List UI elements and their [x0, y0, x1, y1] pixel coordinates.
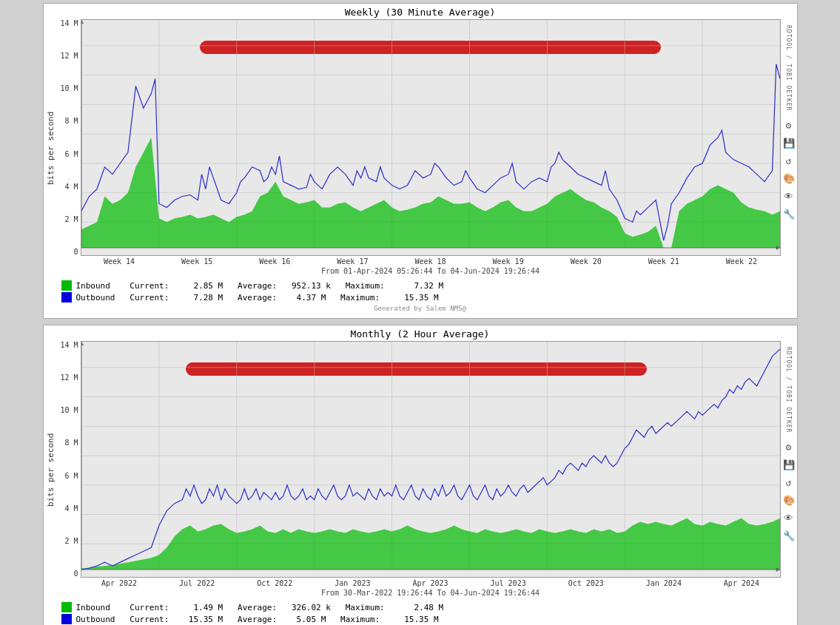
monthly-inbound-stats: Inbound Current: 1.49 M Average: 326.02 …	[76, 603, 444, 612]
x-tick-week19: Week 19	[493, 257, 524, 266]
my-tick-6m: 6 M	[57, 472, 81, 480]
my-tick-10m: 10 M	[57, 406, 81, 414]
my-tick-2m: 2 M	[57, 537, 81, 545]
weekly-legend: Inbound Current: 2.85 M Average: 952.13 …	[44, 277, 797, 303]
x-tick-week14: Week 14	[104, 257, 135, 266]
weekly-x-axis: Week 14 Week 15 Week 16 Week 17 Week 18 …	[81, 256, 781, 266]
weekly-legend-inbound: Inbound Current: 2.85 M Average: 952.13 …	[61, 280, 791, 291]
svg-marker-37	[81, 518, 780, 570]
monthly-chart-area: bits per second 0 2 M 4 M 6 M 8 M 10 M 1…	[44, 341, 797, 598]
x-tick-jul2023: Jul 2023	[491, 579, 526, 587]
monthly-palette-icon[interactable]: 🎨	[782, 493, 796, 507]
monthly-chart-svg	[81, 342, 780, 577]
weekly-chart-area: bits per second 0 2 M 4 M 6 M 8 M 10 M 1…	[44, 19, 797, 277]
monthly-graph-canvas	[81, 341, 781, 578]
x-tick-week15: Week 15	[181, 257, 212, 266]
monthly-wrench-icon[interactable]: 🔧	[782, 529, 796, 542]
x-tick-week16: Week 16	[259, 257, 290, 266]
monthly-graph-wrapper: Apr 2022 Jul 2022 Oct 2022 Jan 2023 Apr …	[81, 341, 781, 598]
weekly-sidebar-label: RDTOOL / TOBI OETKER	[785, 25, 792, 111]
monthly-legend-inbound: Inbound Current: 1.49 M Average: 326.02 …	[61, 602, 791, 612]
monthly-gear-icon[interactable]: ⚙	[782, 440, 796, 453]
x-tick-week20: Week 20	[571, 257, 602, 266]
x-tick-jan2023: Jan 2023	[335, 579, 370, 587]
weekly-y-axis-label: bits per second	[44, 19, 57, 277]
y-tick-10m: 10 M	[57, 84, 81, 92]
inbound-color-swatch	[61, 280, 72, 291]
y-tick-4m: 4 M	[57, 183, 81, 191]
monthly-eye-icon[interactable]: 👁	[782, 511, 796, 524]
x-tick-week21: Week 21	[648, 257, 679, 266]
weekly-graph-canvas	[81, 19, 781, 256]
x-tick-apr2024: Apr 2024	[724, 579, 759, 587]
y-tick-12m: 12 M	[57, 52, 81, 60]
y-tick-14m: 14 M	[57, 19, 81, 27]
monthly-x-axis: Apr 2022 Jul 2022 Oct 2022 Jan 2023 Apr …	[81, 578, 781, 587]
weekly-graph-wrapper: Week 14 Week 15 Week 16 Week 17 Week 18 …	[81, 19, 781, 277]
weekly-chart-svg	[81, 20, 780, 255]
my-tick-0: 0	[57, 570, 81, 578]
weekly-chart-title: Weekly (30 Minute Average)	[44, 4, 797, 19]
weekly-outbound-stats: Outbound Current: 7.28 M Average: 4.37 M…	[76, 293, 439, 303]
monthly-y-ticks: 0 2 M 4 M 6 M 8 M 10 M 12 M 14 M	[57, 341, 81, 578]
monthly-legend-outbound: Outbound Current: 15.35 M Average: 5.05 …	[61, 614, 791, 624]
x-tick-week17: Week 17	[337, 257, 368, 266]
monthly-sidebar: RDTOOL / TOBI OETKER ⚙ 💾 ↺ 🎨 👁 🔧	[781, 341, 797, 598]
x-tick-jan2024: Jan 2024	[646, 579, 682, 587]
monthly-refresh-icon[interactable]: ↺	[782, 476, 796, 489]
x-tick-week22: Week 22	[726, 257, 757, 266]
monthly-y-axis-label: bits per second	[44, 341, 57, 598]
monthly-date-range: From 30-Mar-2022 19:26:44 To 04-Jun-2024…	[81, 589, 781, 597]
x-tick-oct2023: Oct 2023	[568, 579, 604, 587]
x-tick-oct2022: Oct 2022	[257, 579, 292, 587]
y-tick-6m: 6 M	[57, 150, 81, 158]
monthly-inbound-color-swatch	[61, 602, 72, 612]
weekly-inbound-stats: Inbound Current: 2.85 M Average: 952.13 …	[76, 281, 444, 291]
my-tick-4m: 4 M	[57, 504, 81, 513]
monthly-outbound-stats: Outbound Current: 15.35 M Average: 5.05 …	[76, 615, 439, 624]
weekly-sidebar: RDTOOL / TOBI OETKER ⚙ 💾 ↺ 🎨 👁 🔧	[781, 19, 797, 277]
my-tick-12m: 12 M	[57, 374, 81, 382]
monthly-outbound-color-swatch	[61, 614, 72, 624]
outbound-color-swatch	[61, 292, 72, 303]
monthly-chart-title: Monthly (2 Hour Average)	[44, 325, 797, 341]
monthly-legend: Inbound Current: 1.49 M Average: 326.02 …	[44, 598, 797, 625]
x-tick-apr2023: Apr 2023	[412, 579, 448, 587]
save-icon[interactable]: 💾	[782, 136, 796, 149]
eye-icon[interactable]: 👁	[782, 189, 796, 203]
weekly-chart-container: Weekly (30 Minute Average) bits per seco…	[43, 3, 798, 319]
monthly-sidebar-label: RDTOOL / TOBI OETKER	[785, 347, 792, 433]
y-tick-8m: 8 M	[57, 117, 81, 125]
wrench-icon[interactable]: 🔧	[782, 207, 796, 220]
weekly-y-ticks: 0 2 M 4 M 6 M 8 M 10 M 12 M 14 M	[57, 19, 81, 256]
refresh-icon[interactable]: ↺	[782, 154, 796, 167]
monthly-save-icon[interactable]: 💾	[782, 458, 796, 471]
weekly-generated-by: Generated by Salem NMS@	[44, 305, 797, 312]
y-tick-0: 0	[57, 248, 81, 256]
weekly-legend-outbound: Outbound Current: 7.28 M Average: 4.37 M…	[61, 292, 791, 303]
x-tick-apr2022: Apr 2022	[101, 579, 137, 587]
x-tick-week18: Week 18	[414, 257, 446, 266]
my-tick-8m: 8 M	[57, 439, 81, 447]
palette-icon[interactable]: 🎨	[782, 172, 796, 185]
my-tick-14m: 14 M	[57, 341, 81, 349]
monthly-chart-container: Monthly (2 Hour Average) bits per second…	[43, 325, 798, 625]
x-tick-jul2022: Jul 2022	[179, 579, 215, 587]
y-tick-2m: 2 M	[57, 215, 81, 223]
weekly-date-range: From 01-Apr-2024 05:26:44 To 04-Jun-2024…	[81, 267, 781, 275]
gear-icon[interactable]: ⚙	[782, 118, 796, 132]
